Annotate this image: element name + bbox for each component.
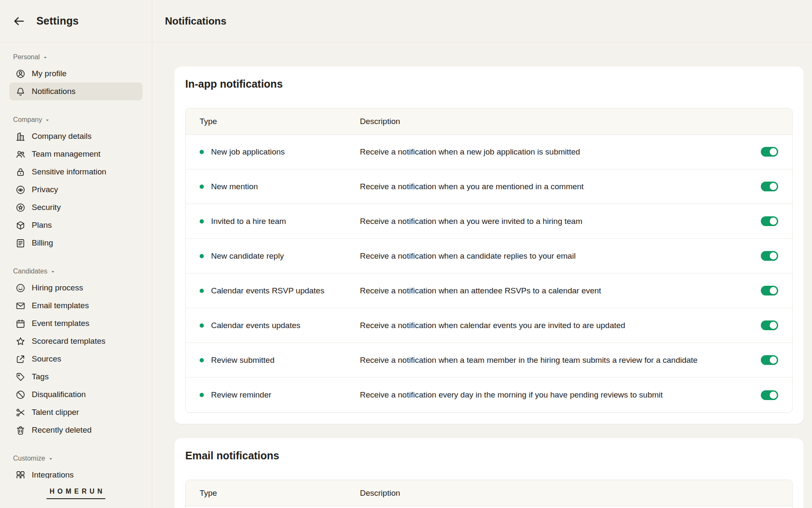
- homerun-logo: HOMERUN: [47, 488, 105, 499]
- sidebar-item-label: Tags: [32, 372, 49, 381]
- toggle-knob: [770, 356, 777, 364]
- notification-type-cell: Calendar events RSVP updates: [186, 286, 360, 295]
- status-dot: [200, 150, 204, 154]
- notification-type-cell: Review submitted: [186, 356, 360, 365]
- in-app-notifications-card: In-app notifications TypeDescriptionNew …: [174, 66, 804, 424]
- notification-type: Review submitted: [211, 356, 274, 365]
- notification-type: New candidate reply: [211, 251, 284, 261]
- disqualification-icon: [15, 389, 26, 400]
- toggle-knob: [770, 322, 777, 329]
- notification-description: Receive a notification when calendar eve…: [360, 321, 746, 330]
- sidebar-item-hiring-process[interactable]: Hiring process: [9, 279, 143, 297]
- sidebar-item-label: Sensitive information: [32, 167, 106, 177]
- sidebar-header: Settings: [0, 0, 152, 42]
- sidebar-item-notifications[interactable]: Notifications: [9, 83, 143, 100]
- sidebar-item-plans[interactable]: Plans: [9, 216, 143, 234]
- notification-description: Receive a notification when an attendee …: [360, 286, 746, 295]
- sidebar-item-email-templates[interactable]: Email templates: [9, 297, 143, 315]
- sidebar-item-label: Recently deleted: [32, 425, 92, 435]
- sidebar-item-sensitive-information[interactable]: Sensitive information: [9, 163, 143, 181]
- toggle-knob: [770, 287, 777, 294]
- status-dot: [200, 254, 204, 258]
- sidebar-item-my-profile[interactable]: My profile: [9, 65, 143, 83]
- notification-type: New mention: [211, 182, 258, 191]
- building-icon: [15, 131, 26, 142]
- sidebar-item-company-details[interactable]: Company details: [9, 127, 143, 145]
- email-notifications-card: Email notifications TypeDescription: [174, 438, 804, 508]
- status-dot: [200, 185, 204, 189]
- page-title: Notifications: [165, 15, 226, 27]
- notification-description: Receive a notification when a new job ap…: [360, 147, 746, 157]
- section-header-customize[interactable]: Customize: [13, 454, 152, 463]
- integrations-icon: [15, 470, 26, 479]
- sidebar-item-integrations[interactable]: Integrations: [9, 466, 143, 478]
- notification-row: New job applicationsReceive a notificati…: [186, 135, 792, 169]
- sidebar-item-recently-deleted[interactable]: Recently deleted: [9, 421, 143, 439]
- notification-description: Receive a notification when a you are me…: [360, 182, 746, 191]
- chevron-down-icon: [48, 456, 53, 461]
- notification-toggle[interactable]: [761, 182, 778, 191]
- sidebar-item-sources[interactable]: Sources: [9, 350, 143, 368]
- notification-toggle-cell: [746, 147, 792, 157]
- sidebar-item-scorecard-templates[interactable]: Scorecard templates: [9, 332, 143, 350]
- section-header-personal[interactable]: Personal: [13, 53, 152, 61]
- email-notifications-title: Email notifications: [185, 449, 793, 462]
- section-header-company[interactable]: Company: [13, 116, 152, 124]
- sidebar-item-security[interactable]: Security: [9, 199, 143, 216]
- privacy-icon: [15, 185, 26, 195]
- toggle-knob: [770, 392, 777, 399]
- notification-row: Calendar events RSVP updatesReceive a no…: [186, 273, 792, 308]
- notification-toggle-cell: [746, 182, 792, 191]
- sidebar-item-label: Sources: [32, 354, 61, 364]
- envelope-icon: [15, 301, 26, 311]
- notification-toggle[interactable]: [761, 355, 778, 365]
- notification-toggle[interactable]: [761, 286, 778, 295]
- cube-icon: [15, 220, 26, 231]
- notification-type-cell: Invited to a hire team: [186, 217, 360, 226]
- status-dot: [200, 323, 204, 328]
- calendar-icon: [15, 318, 26, 329]
- sidebar-item-privacy[interactable]: Privacy: [9, 181, 143, 199]
- notification-toggle[interactable]: [761, 251, 778, 261]
- sidebar-item-label: Privacy: [32, 185, 58, 194]
- security-icon: [15, 202, 26, 213]
- sidebar-item-event-templates[interactable]: Event templates: [9, 315, 143, 332]
- sidebar-nav[interactable]: PersonalMy profileNotificationsCompanyCo…: [0, 42, 152, 478]
- notification-toggle[interactable]: [761, 147, 778, 157]
- sidebar-section-customize: CustomizeIntegrations: [0, 454, 152, 478]
- sidebar-item-label: Security: [32, 203, 61, 212]
- back-button[interactable]: [12, 14, 26, 28]
- back-arrow-icon: [13, 15, 25, 28]
- section-label: Customize: [13, 454, 45, 463]
- sidebar-item-label: Event templates: [32, 319, 89, 328]
- notification-type-cell: New candidate reply: [186, 251, 360, 261]
- sidebar-section-candidates: CandidatesHiring processEmail templatesE…: [0, 267, 152, 439]
- lock-icon: [15, 167, 26, 177]
- sidebar-item-label: Scorecard templates: [32, 337, 105, 346]
- status-dot: [200, 289, 204, 293]
- notification-toggle-cell: [746, 390, 792, 400]
- sidebar-item-talent-clipper[interactable]: Talent clipper: [9, 403, 143, 421]
- smiley-icon: [15, 283, 26, 293]
- tag-icon: [15, 372, 26, 382]
- notification-toggle[interactable]: [761, 390, 778, 400]
- sidebar-item-team-management[interactable]: Team management: [9, 145, 143, 163]
- sidebar-section-company: CompanyCompany detailsTeam managementSen…: [0, 116, 152, 252]
- billing-icon: [15, 238, 26, 248]
- star-icon: [15, 336, 26, 347]
- section-label: Personal: [13, 53, 40, 61]
- section-header-candidates[interactable]: Candidates: [13, 267, 152, 276]
- sidebar-item-tags[interactable]: Tags: [9, 368, 143, 386]
- sidebar-item-label: Disqualification: [32, 390, 86, 399]
- notification-toggle[interactable]: [761, 216, 778, 226]
- notification-description: Receive a notification every day in the …: [360, 390, 746, 400]
- table-header-row: TypeDescription: [186, 108, 792, 135]
- sidebar-item-disqualification[interactable]: Disqualification: [9, 386, 143, 403]
- notification-row: [186, 506, 792, 508]
- sidebar-item-billing[interactable]: Billing: [9, 234, 143, 252]
- content-scroll[interactable]: In-app notifications TypeDescriptionNew …: [152, 42, 812, 508]
- notification-toggle[interactable]: [761, 320, 778, 330]
- bell-icon: [15, 86, 26, 97]
- notification-type-cell: New job applications: [186, 147, 360, 157]
- notification-type-cell: New mention: [186, 182, 360, 191]
